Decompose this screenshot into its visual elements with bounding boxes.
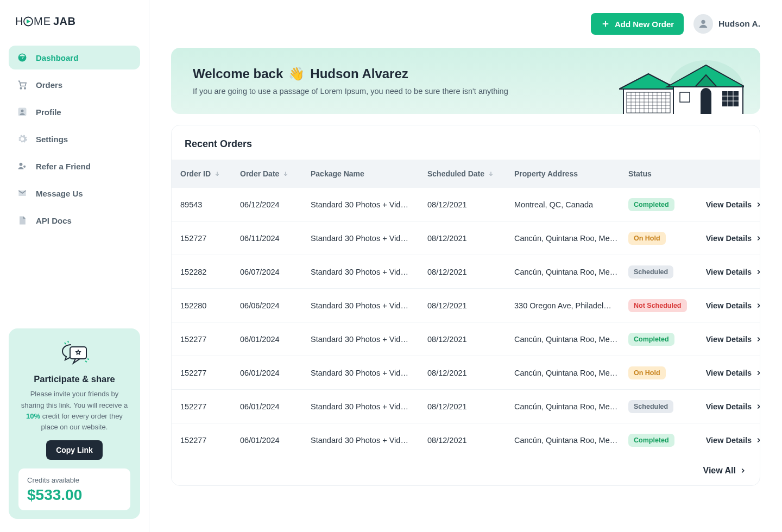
chevron-right-icon	[755, 369, 760, 377]
cell-package: Standard 30 Photos + Vid…	[311, 268, 427, 276]
view-details-link[interactable]: View Details	[699, 234, 760, 243]
cell-scheduled: 08/12/2021	[427, 369, 514, 377]
user-menu[interactable]: Hudson A.	[693, 14, 760, 34]
cell-package: Standard 30 Photos + Vid…	[311, 402, 427, 411]
cell-scheduled: 08/12/2021	[427, 200, 514, 209]
table-row: 15228206/07/2024Standard 30 Photos + Vid…	[172, 255, 760, 289]
nav-dashboard[interactable]: Dashboard	[9, 46, 140, 69]
wave-emoji: 👋	[288, 66, 305, 81]
plus-icon	[601, 19, 610, 29]
view-details-link[interactable]: View Details	[699, 369, 760, 377]
status-badge: Not Scheduled	[628, 299, 687, 312]
nav-label: API Docs	[36, 216, 72, 225]
chevron-right-icon	[755, 302, 760, 309]
nav-label: Orders	[36, 80, 62, 90]
status-badge: On Hold	[628, 232, 666, 245]
svg-rect-11	[70, 347, 86, 359]
chevron-right-icon	[739, 467, 747, 474]
svg-text:JAB: JAB	[53, 15, 76, 27]
cell-status: Not Scheduled	[628, 299, 699, 312]
th-order-id[interactable]: Order ID	[180, 169, 240, 178]
copy-link-button[interactable]: Copy Link	[46, 440, 103, 460]
cell-status: On Hold	[628, 232, 699, 245]
cell-scheduled: 08/12/2021	[427, 234, 514, 243]
cell-address: 330 Oregon Ave, Philadel…	[514, 301, 628, 310]
view-details-link[interactable]: View Details	[699, 335, 760, 344]
user-name: Hudson A.	[718, 19, 760, 29]
cell-status: Scheduled	[628, 400, 699, 413]
svg-point-8	[21, 110, 24, 112]
nav-refer[interactable]: Refer a Friend	[9, 154, 140, 178]
nav-settings[interactable]: Settings	[9, 127, 140, 151]
table-row: 15272706/11/2024Standard 30 Photos + Vid…	[172, 221, 760, 255]
gear-icon	[16, 133, 28, 145]
svg-point-6	[24, 87, 26, 89]
nav-profile[interactable]: Profile	[9, 100, 140, 124]
cart-icon	[16, 79, 28, 91]
nav-label: Profile	[36, 107, 61, 117]
promo-title: Participate & share	[18, 374, 130, 384]
view-all-link[interactable]: View All	[172, 457, 760, 485]
view-details-link[interactable]: View Details	[699, 436, 760, 445]
users-icon	[16, 160, 28, 172]
chevron-right-icon	[755, 235, 760, 242]
nav-message[interactable]: Message Us	[9, 181, 140, 205]
cell-order-date: 06/01/2024	[240, 335, 311, 344]
cell-status: Scheduled	[628, 265, 699, 278]
cell-scheduled: 08/12/2021	[427, 402, 514, 411]
status-badge: Scheduled	[628, 400, 673, 413]
table-row: 15227706/01/2024Standard 30 Photos + Vid…	[172, 356, 760, 390]
th-status: Status	[628, 169, 699, 178]
recent-orders-card: Recent Orders Order ID Order Date Packag…	[171, 125, 760, 486]
cell-order-date: 06/01/2024	[240, 369, 311, 377]
cell-package: Standard 30 Photos + Vid…	[311, 335, 427, 344]
user-icon	[16, 106, 28, 118]
cell-scheduled: 08/12/2021	[427, 268, 514, 276]
promo-card: Participate & share Please invite your f…	[9, 328, 140, 519]
nav: Dashboard Orders Profile Settings Refer …	[9, 46, 140, 232]
share-icon	[57, 339, 92, 366]
nav-orders[interactable]: Orders	[9, 73, 140, 97]
brand-logo: H ME JAB	[15, 15, 136, 30]
credits-label: Credits available	[27, 476, 122, 484]
cell-address: Cancún, Quintana Roo, Me…	[514, 234, 628, 243]
house-illustration	[619, 58, 744, 114]
cell-scheduled: 08/12/2021	[427, 436, 514, 445]
cell-order-id: 152277	[180, 369, 240, 377]
nav-api[interactable]: API Docs	[9, 208, 140, 232]
orders-table-header: Order ID Order Date Package Name Schedul…	[172, 160, 760, 188]
cell-status: Completed	[628, 333, 699, 346]
cell-order-date: 06/01/2024	[240, 436, 311, 445]
cell-order-date: 06/01/2024	[240, 402, 311, 411]
view-details-link[interactable]: View Details	[699, 268, 760, 276]
svg-point-5	[20, 87, 22, 89]
svg-marker-2	[27, 20, 30, 24]
svg-text:ME: ME	[34, 15, 51, 27]
avatar	[693, 14, 713, 34]
cell-order-id: 152277	[180, 436, 240, 445]
credits-card: Credits available $533.00	[18, 468, 130, 510]
cell-address: Cancún, Quintana Roo, Me…	[514, 335, 628, 344]
cell-order-id: 89543	[180, 200, 240, 209]
chevron-right-icon	[755, 335, 760, 343]
table-row: 15227706/01/2024Standard 30 Photos + Vid…	[172, 322, 760, 356]
cell-status: On Hold	[628, 366, 699, 379]
view-details-link[interactable]: View Details	[699, 301, 760, 310]
cell-scheduled: 08/12/2021	[427, 301, 514, 310]
cell-order-id: 152277	[180, 402, 240, 411]
cell-order-date: 06/06/2024	[240, 301, 311, 310]
recent-orders-title: Recent Orders	[172, 125, 760, 160]
status-badge: Completed	[628, 198, 674, 211]
th-order-date[interactable]: Order Date	[240, 169, 311, 178]
add-order-button[interactable]: Add New Order	[591, 13, 684, 35]
svg-point-13	[701, 20, 705, 24]
status-badge: On Hold	[628, 366, 666, 379]
view-details-link[interactable]: View Details	[699, 402, 760, 411]
cell-order-date: 06/07/2024	[240, 268, 311, 276]
status-badge: Completed	[628, 434, 674, 447]
th-scheduled[interactable]: Scheduled Date	[427, 169, 514, 178]
main: Add New Order Hudson A. Welcome back 👋 H…	[149, 0, 782, 532]
arrow-down-icon	[488, 170, 494, 177]
view-details-link[interactable]: View Details	[699, 200, 760, 209]
cell-scheduled: 08/12/2021	[427, 335, 514, 344]
